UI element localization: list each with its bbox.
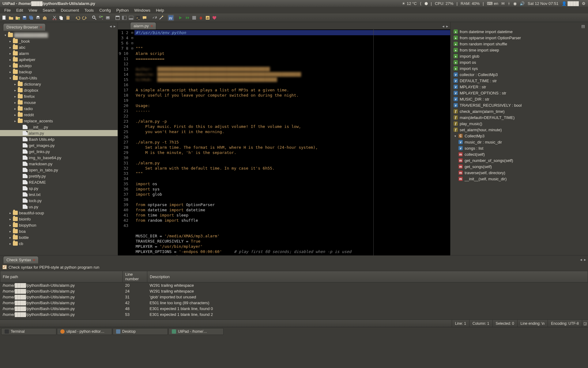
- tree-file[interactable]: test.txt: [0, 191, 118, 197]
- outline-item[interactable]: ⬧from datetime import datetime: [452, 29, 587, 35]
- dropbox-icon[interactable]: ⬢: [424, 1, 428, 6]
- tab-prev-icon[interactable]: ◂: [580, 257, 582, 262]
- outline-item[interactable]: mtraverse(self, directory): [452, 170, 587, 176]
- outline-item[interactable]: mcollect(self): [452, 151, 587, 157]
- new-window-icon[interactable]: [115, 15, 121, 21]
- tree-file[interactable]: img_to_base64.py: [0, 155, 118, 161]
- col-filepath[interactable]: File path: [0, 271, 123, 282]
- code-editor[interactable]: 1 2 3 4 5 6 7 8 9 10 11 12 13 14 15 16 1…: [118, 29, 450, 259]
- pep8-checkbox[interactable]: [2, 265, 7, 269]
- open-file-icon[interactable]: [8, 15, 14, 21]
- menu-tools[interactable]: Tools: [82, 7, 96, 13]
- outline-item[interactable]: ƒmain(default=DEFAULT_TIME): [452, 114, 587, 121]
- outline-item[interactable]: vmusic_dir : music_dir: [452, 139, 587, 145]
- tree-folder[interactable]: ▸boa: [0, 228, 118, 234]
- outline-item[interactable]: vDEFAULT_TIME : str: [452, 78, 587, 84]
- toggle-messages-icon[interactable]: [141, 15, 148, 21]
- fold-column[interactable]: ⊟ ⊟ ⊟ ⊟: [130, 29, 134, 259]
- tab-directory-browser[interactable]: Directory Browser ×: [3, 23, 46, 31]
- syntax-row[interactable]: /home/████/python/Bash-Utils/alarm.py31'…: [0, 294, 588, 300]
- tree-file[interactable]: get_links.py: [0, 148, 118, 155]
- syntax-row[interactable]: /home/████/python/Bash-Utils/alarm.py48E…: [0, 306, 588, 312]
- col-line[interactable]: Line number: [123, 271, 147, 282]
- outline-item[interactable]: vTRAVERSE_RECURSIVELY : bool: [452, 102, 587, 108]
- wifi-icon[interactable]: ◉: [513, 1, 517, 6]
- outline-item[interactable]: ⬧import os: [452, 59, 587, 65]
- syntax-row[interactable]: /home/████/python/Bash-Utils/alarm.py42E…: [0, 300, 588, 306]
- tree-folder[interactable]: ▸cb: [0, 240, 118, 247]
- menu-file[interactable]: File: [2, 7, 13, 13]
- status-grip-icon[interactable]: ◲: [582, 320, 588, 327]
- outline-item[interactable]: vMPLAYER : str: [452, 84, 587, 90]
- tree-folder[interactable]: ▸abc: [0, 44, 118, 50]
- outline-item[interactable]: mget_number_of_songs(self): [452, 157, 587, 163]
- volume-icon[interactable]: 🔊: [520, 1, 525, 6]
- cut-icon[interactable]: [51, 15, 58, 21]
- tree-file[interactable]: us.py: [0, 204, 118, 210]
- directory-tree[interactable]: ▾████████████▸_book▸abc▸alarm▸apihelper▸…: [0, 31, 118, 255]
- tree-file[interactable]: tocb.py: [0, 197, 118, 204]
- tree-folder[interactable]: ▸alarm: [0, 50, 118, 56]
- open-recent-icon[interactable]: [15, 15, 21, 21]
- menu-help[interactable]: Help: [153, 7, 167, 13]
- outline-item[interactable]: ⬧from random import shuffle: [452, 41, 587, 47]
- ram-indicator[interactable]: RAM: 40%: [461, 1, 480, 6]
- code-area[interactable]: #!/usr/bin/env python """ Alarm script =…: [134, 29, 450, 259]
- mail-icon[interactable]: ✉: [501, 1, 505, 6]
- home-icon[interactable]: [42, 15, 48, 21]
- find-replace-icon[interactable]: [98, 15, 104, 21]
- tree-folder[interactable]: ▸radio: [0, 105, 118, 112]
- redo-icon[interactable]: [81, 15, 88, 21]
- heart-icon[interactable]: [211, 15, 217, 21]
- tab-prev-icon[interactable]: ◂: [442, 24, 444, 29]
- outline-item[interactable]: vMUSIC_DIR : str: [452, 96, 587, 102]
- menu-config[interactable]: Config: [97, 7, 113, 13]
- tree-folder[interactable]: ▸bottle: [0, 234, 118, 240]
- tree-folder[interactable]: ▸mouse: [0, 99, 118, 105]
- syntax-row[interactable]: /home/████/python/Bash-Utils/alarm.py53E…: [0, 312, 588, 317]
- stop-icon[interactable]: [191, 15, 197, 21]
- bug-icon[interactable]: [198, 15, 204, 21]
- tree-file[interactable]: alarm.py: [0, 130, 118, 136]
- run-icon[interactable]: [178, 15, 184, 21]
- close-icon[interactable]: ×: [33, 258, 35, 262]
- tree-file[interactable]: Bash Utils.e4p: [0, 136, 118, 142]
- tree-file[interactable]: sp.py: [0, 185, 118, 191]
- tree-folder[interactable]: ▸biopython: [0, 222, 118, 228]
- syntax-row[interactable]: /home/████/python/Bash-Utils/alarm.py24W…: [0, 288, 588, 294]
- tab-check-syntax[interactable]: Check Syntax ×: [3, 256, 39, 263]
- python-shell-icon[interactable]: py: [168, 15, 174, 21]
- print-icon[interactable]: [35, 15, 41, 21]
- outline-panel[interactable]: ▤ ⬧from datetime import datetime⬧from op…: [450, 22, 588, 255]
- tree-folder[interactable]: ▸backup: [0, 69, 118, 75]
- spell-check-icon[interactable]: ✓A: [151, 15, 157, 21]
- bluetooth-icon[interactable]: ᚼ: [508, 1, 510, 6]
- tree-folder[interactable]: ▸dropbox: [0, 87, 118, 93]
- close-icon[interactable]: ×: [151, 24, 153, 28]
- keyboard-icon[interactable]: ⌨ en: [487, 1, 498, 6]
- menu-view[interactable]: View: [26, 7, 40, 13]
- tab-next-icon[interactable]: ▸: [114, 24, 116, 29]
- outline-item[interactable]: m__init__(self, music_dir): [452, 176, 587, 182]
- undo-icon[interactable]: [75, 15, 81, 21]
- wizard-icon[interactable]: [158, 15, 164, 21]
- tree-file[interactable]: get_images.py: [0, 142, 118, 148]
- tree-folder[interactable]: ▾████████████: [0, 32, 118, 38]
- tree-file[interactable]: open_in_tabs.py: [0, 167, 118, 173]
- copy-icon[interactable]: [58, 15, 64, 21]
- menu-windows[interactable]: Windows: [132, 7, 153, 13]
- outline-item[interactable]: vcollector : CollectMp3: [452, 71, 587, 78]
- col-description[interactable]: Description: [147, 271, 588, 282]
- syntax-row[interactable]: /home/████/python/Bash-Utils/alarm.py20W…: [0, 282, 588, 289]
- tree-folder[interactable]: ▸_book: [0, 38, 118, 44]
- tab-next-icon[interactable]: ▸: [584, 257, 586, 262]
- outline-tree[interactable]: ⬧from datetime import datetime⬧from optp…: [452, 29, 587, 182]
- tree-file[interactable]: markdown.py: [0, 161, 118, 167]
- outline-item[interactable]: mget_songs(self): [452, 163, 587, 170]
- tab-next-icon[interactable]: ▸: [446, 24, 448, 29]
- save-all-icon[interactable]: [28, 15, 34, 21]
- outline-item[interactable]: vMPLAYER_OPTIONS : str: [452, 90, 587, 96]
- toggle-bottom-panel-icon[interactable]: [128, 15, 134, 21]
- run-debug-icon[interactable]: [184, 15, 190, 21]
- tree-file[interactable]: prettify.py: [0, 173, 118, 179]
